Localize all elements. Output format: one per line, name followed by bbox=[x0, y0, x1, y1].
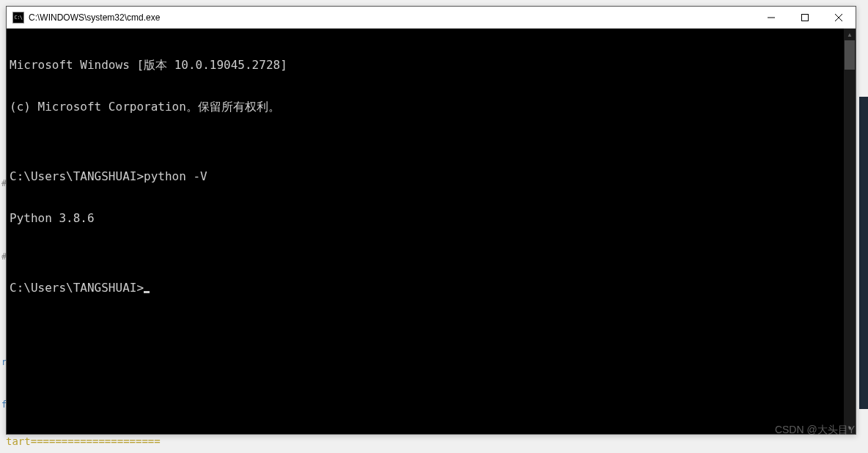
watermark: CSDN @大头目Y bbox=[775, 424, 855, 437]
cmd-icon: C:\ bbox=[12, 12, 24, 23]
terminal-line: Python 3.8.6 bbox=[10, 211, 841, 225]
minimize-icon bbox=[768, 14, 775, 21]
terminal-content[interactable]: Microsoft Windows [版本 10.0.19045.2728] (… bbox=[7, 29, 844, 434]
cursor bbox=[144, 291, 150, 293]
terminal-line: (c) Microsoft Corporation。保留所有权利。 bbox=[10, 100, 841, 114]
vertical-scrollbar[interactable]: ▲ ▼ bbox=[844, 29, 856, 434]
close-button[interactable] bbox=[822, 7, 856, 28]
terminal-area[interactable]: Microsoft Windows [版本 10.0.19045.2728] (… bbox=[7, 29, 856, 434]
scrollbar-thumb[interactable] bbox=[845, 40, 855, 70]
svg-rect-1 bbox=[802, 14, 809, 21]
close-icon bbox=[835, 14, 842, 21]
cmd-window: C:\ C:\WINDOWS\system32\cmd.exe Microsof… bbox=[6, 6, 856, 435]
window-title: C:\WINDOWS\system32\cmd.exe bbox=[29, 12, 754, 23]
terminal-prompt-line: C:\Users\TANGSHUAI> bbox=[10, 281, 841, 295]
terminal-line: C:\Users\TANGSHUAI>python -V bbox=[10, 169, 841, 183]
terminal-prompt: C:\Users\TANGSHUAI> bbox=[10, 281, 144, 295]
minimize-button[interactable] bbox=[754, 7, 788, 28]
terminal-line: Microsoft Windows [版本 10.0.19045.2728] bbox=[10, 58, 841, 72]
maximize-icon bbox=[801, 14, 809, 21]
maximize-button[interactable] bbox=[788, 7, 822, 28]
background-code-strip bbox=[859, 97, 868, 409]
scroll-up-button[interactable]: ▲ bbox=[844, 29, 856, 40]
titlebar[interactable]: C:\ C:\WINDOWS\system32\cmd.exe bbox=[7, 7, 856, 29]
background-text: tart===================== bbox=[6, 435, 161, 447]
window-controls bbox=[754, 7, 856, 28]
